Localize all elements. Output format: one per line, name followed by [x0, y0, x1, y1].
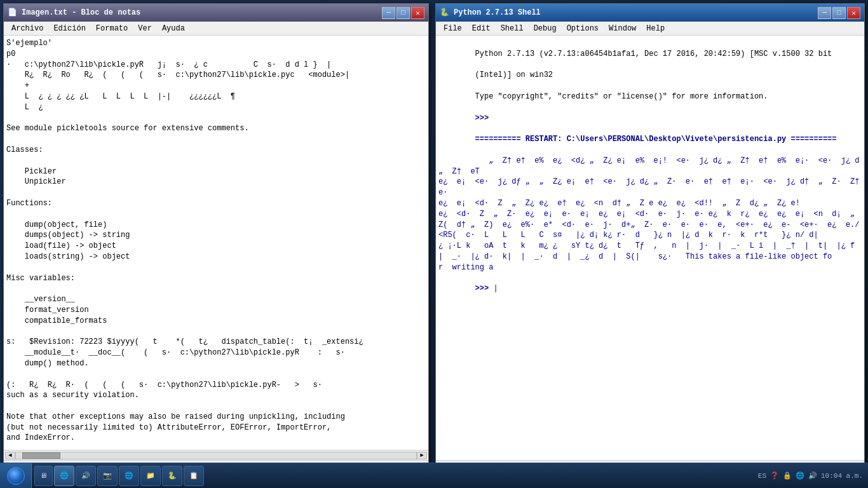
notepad-menu-edicion[interactable]: Edición — [48, 23, 90, 34]
python-window[interactable]: 🐍 Python 2.7.13 Shell ─ □ ✕ File Edit Sh… — [435, 3, 865, 473]
taskbar-icon-5: 📁 — [146, 471, 155, 480]
python-header-line3: Type "copyright", "credits" or "license(… — [475, 92, 768, 101]
python-menu-help[interactable]: Help — [641, 23, 670, 34]
taskbar-item-1[interactable]: 🌐 — [54, 466, 74, 486]
python-header-line2: (Intel)] on win32 — [475, 71, 553, 79]
taskbar-icon-3: 📷 — [103, 471, 112, 480]
taskbar-item-4[interactable]: 🌐 — [119, 466, 139, 486]
python-prompt2: >>> — [475, 284, 489, 293]
taskbar-volume-icon: 🔊 — [808, 471, 817, 480]
notepad-menu-ver[interactable]: Ver — [133, 23, 157, 34]
taskbar-item-0[interactable]: 🖥 — [34, 466, 53, 486]
notepad-title: Imagen.txt - Bloc de notas — [22, 8, 378, 17]
notepad-close-button[interactable]: ✕ — [411, 7, 424, 19]
start-button[interactable] — [0, 463, 32, 489]
notepad-menu-ayuda[interactable]: Ayuda — [157, 23, 190, 34]
taskbar-icon-0: 🖥 — [40, 471, 47, 480]
notepad-controls[interactable]: ─ □ ✕ — [382, 7, 424, 19]
taskbar-item-6[interactable]: 🐍 — [162, 466, 182, 486]
notepad-text: S'ejemplo' p0 · c:\python27\lib\pickle.p… — [4, 36, 428, 450]
taskbar-icon-2: 🔊 — [81, 471, 90, 480]
python-output: Python 2.7.13 (v2.7.13:a06454b1afa1, Dec… — [438, 38, 862, 305]
python-minimize-button[interactable]: ─ — [818, 7, 831, 19]
python-menu-window[interactable]: Window — [604, 23, 641, 34]
taskbar-right: ES ❓ 🔒 🌐 🔊 10:04 a.m. — [753, 471, 868, 480]
taskbar-item-7[interactable]: 📋 — [184, 466, 204, 486]
python-menu-edit[interactable]: Edit — [467, 23, 496, 34]
taskbar-icon-1: 🌐 — [60, 471, 69, 480]
taskbar-icon-6: 🐍 — [168, 471, 177, 480]
python-menu-debug[interactable]: Debug — [529, 23, 562, 34]
notepad-maximize-button[interactable]: □ — [397, 7, 410, 19]
python-close-button[interactable]: ✕ — [847, 7, 860, 19]
python-menu-options[interactable]: Options — [562, 23, 604, 34]
taskbar: 🖥 🌐 🔊 📷 🌐 📁 🐍 📋 ES ❓ 🔒 🌐 🔊 10:04 a.m. — [0, 463, 868, 488]
taskbar-items: 🖥 🌐 🔊 📷 🌐 📁 🐍 📋 — [32, 463, 753, 488]
python-cursor: | — [493, 284, 498, 293]
python-title: Python 2.7.13 Shell — [454, 8, 814, 17]
python-titlebar: 🐍 Python 2.7.13 Shell ─ □ ✕ — [436, 4, 864, 22]
notepad-content-area[interactable]: S'ejemplo' p0 · c:\python27\lib\pickle.p… — [4, 36, 428, 450]
taskbar-item-2[interactable]: 🔊 — [76, 466, 96, 486]
taskbar-icon-4: 🌐 — [125, 471, 133, 480]
notepad-titlebar: 📄 Imagen.txt - Bloc de notas ─ □ ✕ — [4, 4, 428, 22]
python-menu-bar: File Edit Shell Debug Options Window Hel… — [436, 22, 864, 36]
python-menu-file[interactable]: File — [438, 23, 467, 34]
taskbar-item-5[interactable]: 📁 — [140, 466, 161, 486]
taskbar-item-3[interactable]: 📷 — [97, 466, 118, 486]
notepad-window[interactable]: 📄 Imagen.txt - Bloc de notas ─ □ ✕ Archi… — [3, 3, 429, 473]
python-controls[interactable]: ─ □ ✕ — [818, 7, 860, 19]
python-menu-shell[interactable]: Shell — [496, 23, 529, 34]
python-icon: 🐍 — [440, 8, 450, 18]
python-restart-line: ========== RESTART: C:\Users\PERSONAL\De… — [475, 135, 837, 144]
notepad-minimize-button[interactable]: ─ — [382, 7, 395, 19]
taskbar-network-icon: 🌐 — [796, 471, 804, 480]
notepad-menu-formato[interactable]: Formato — [91, 23, 133, 34]
python-output-text: „ Z† e† e% e¿ <d¿ „ Z¿ e¡ e% e¡! <e· j¿ … — [438, 156, 864, 272]
python-maximize-button[interactable]: □ — [832, 7, 846, 19]
notepad-scrollbar-horizontal[interactable]: ◄ ► — [4, 450, 428, 460]
notepad-icon: 📄 — [8, 8, 18, 18]
taskbar-help-icon: ❓ — [770, 471, 779, 480]
notepad-menu-bar: Archivo Edición Formato Ver Ayuda — [4, 22, 428, 36]
taskbar-clock: 10:04 a.m. — [821, 472, 863, 480]
notepad-scrollbar-track[interactable] — [15, 452, 417, 459]
taskbar-icon-7: 📋 — [189, 471, 198, 480]
python-content-area[interactable]: Python 2.7.13 (v2.7.13:a06454b1afa1, Dec… — [436, 36, 864, 460]
start-orb-icon — [7, 467, 25, 485]
python-prompt1: >>> — [475, 114, 489, 123]
taskbar-security-icon: 🔒 — [783, 471, 792, 480]
python-header-line1: Python 2.7.13 (v2.7.13:a06454b1afa1, Dec… — [475, 50, 832, 58]
notepad-menu-archivo[interactable]: Archivo — [6, 23, 48, 34]
taskbar-language: ES — [758, 472, 766, 480]
notepad-scrollbar-thumb[interactable] — [22, 452, 60, 459]
